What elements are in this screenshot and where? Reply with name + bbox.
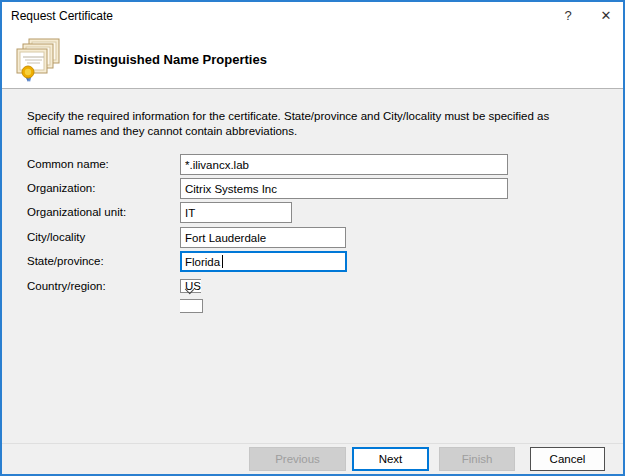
country-region-select[interactable]: US	[180, 279, 203, 313]
next-button[interactable]: Next	[352, 447, 429, 471]
organization-label: Organization:	[27, 178, 95, 199]
finish-button[interactable]: Finish	[439, 447, 515, 471]
state-province-label: State/province:	[27, 251, 104, 272]
country-region-label: Country/region:	[27, 276, 106, 297]
help-icon[interactable]: ?	[553, 2, 583, 30]
wizard-footer: Previous Next Finish Cancel	[2, 443, 623, 474]
city-locality-field-wrap	[180, 227, 346, 248]
state-province-input[interactable]	[180, 251, 347, 272]
organizational-unit-label: Organizational unit:	[27, 202, 126, 223]
instruction-text: Specify the required information for the…	[27, 109, 572, 139]
city-locality-label: City/locality	[27, 227, 85, 248]
window-title: Request Certificate	[11, 2, 113, 30]
cancel-button[interactable]: Cancel	[530, 447, 605, 471]
titlebar: Request Certificate ? ✕	[2, 2, 623, 30]
page-title: Distinguished Name Properties	[74, 30, 267, 88]
request-certificate-dialog: Request Certificate ? ✕	[0, 0, 625, 476]
organization-input[interactable]	[180, 178, 508, 199]
country-region-field-wrap: US	[180, 276, 203, 316]
state-province-field-wrap	[180, 251, 347, 272]
city-locality-input[interactable]	[180, 227, 346, 248]
text-caret	[222, 255, 223, 268]
common-name-field-wrap	[180, 154, 508, 175]
instruction-line-2: official names and they cannot contain a…	[27, 124, 572, 139]
organization-field-wrap	[180, 178, 508, 199]
organizational-unit-input[interactable]	[180, 202, 292, 223]
previous-button[interactable]: Previous	[249, 447, 346, 471]
close-icon[interactable]: ✕	[591, 2, 621, 30]
common-name-input[interactable]	[180, 154, 508, 175]
certificates-icon	[14, 36, 61, 84]
instruction-line-1: Specify the required information for the…	[27, 109, 572, 124]
common-name-label: Common name:	[27, 154, 109, 175]
organizational-unit-field-wrap	[180, 202, 292, 223]
wizard-content: Specify the required information for the…	[2, 89, 623, 443]
wizard-header: Distinguished Name Properties	[2, 30, 623, 89]
